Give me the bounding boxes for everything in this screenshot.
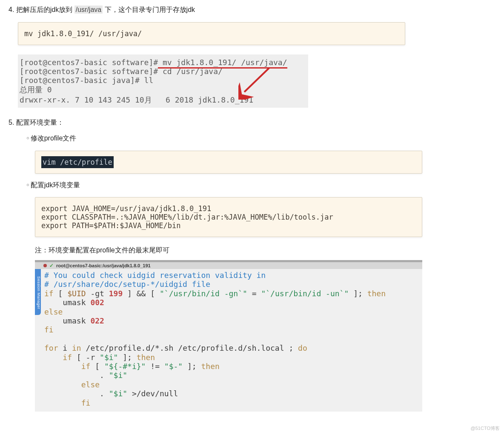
code-mv: mv jdk1.8.0_191/ /usr/java/ [18,22,405,45]
editor-tabbar: ✓ root@centos7-basic:/usr/java/jdk1.8.0_… [35,262,422,269]
note-text: 注：环境变量配置在profile文件的最末尾即可 [35,245,422,256]
watermark: @51CTO博客 [471,425,500,429]
code-export: export JAVA_HOME=/usr/java/jdk1.8.0_191 … [35,197,422,237]
session-manager-tab: Session Manager [35,269,41,315]
editor-body: # You could check uidgid reservation val… [35,269,422,412]
svg-line-0 [244,68,269,92]
step-5-title: 配置环境变量： [16,119,64,126]
inline-path: /usr/java [74,6,103,14]
code-vim: vim /etc/profile [35,151,422,174]
sub-config-env: 配置jdk环境变量 export JAVA_HOME=/usr/java/jdk… [35,180,504,412]
check-icon: ✓ [49,263,54,269]
arrow-icon [238,66,272,100]
step-5: 配置环境变量： 修改profile文件 vim /etc/profile 配置j… [18,117,504,412]
close-icon [43,264,47,267]
terminal-output: [root@centos7-basic software]# mv jdk1.8… [18,54,308,108]
editor-screenshot: ✓ root@centos7-basic:/usr/java/jdk1.8.0_… [35,260,422,412]
step-4-text: 把解压后的jdk放到 /usr/java 下，这个目录专门用于存放jdk [16,6,195,14]
step-4: 把解压后的jdk放到 /usr/java 下，这个目录专门用于存放jdk mv … [18,4,504,108]
sub-modify-profile: 修改profile文件 vim /etc/profile [35,133,504,174]
